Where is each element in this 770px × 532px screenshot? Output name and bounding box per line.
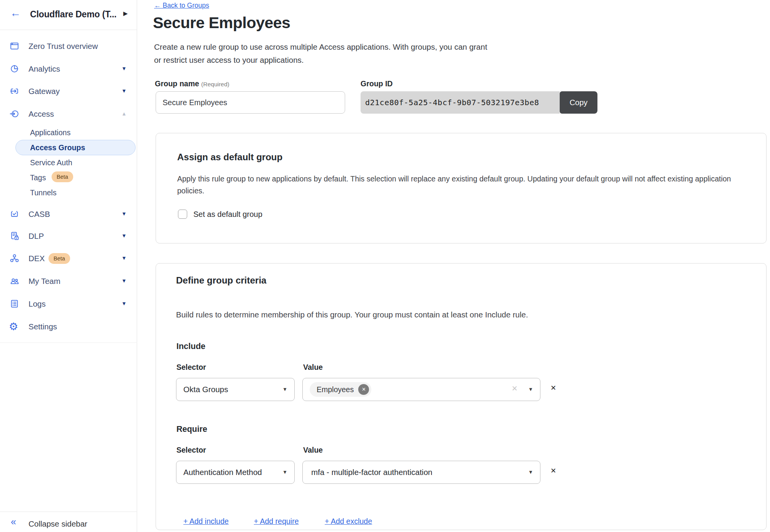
include-value-multiselect[interactable]: Employees ✕ ✕ ▼ (302, 378, 540, 401)
document-lock-icon (10, 231, 19, 241)
divider (0, 30, 137, 30)
selector-label: Selector (176, 446, 206, 455)
remove-chip-icon[interactable]: ✕ (358, 384, 369, 395)
require-selector-value: Authentication Method (183, 461, 262, 483)
pie-chart-icon (10, 64, 19, 74)
sidebar-item-applications[interactable]: Applications (0, 126, 137, 140)
card-heading: Define group criteria (176, 275, 267, 286)
sidebar-item-tags[interactable]: Tags Beta (0, 171, 137, 185)
add-require-link[interactable]: + Add require (254, 517, 299, 526)
sidebar-item-label: Logs (29, 299, 45, 309)
chevron-down-icon: ▾ (122, 87, 126, 94)
page-description-line1: Create a new rule group to use across mu… (154, 42, 487, 52)
group-name-label: Group name (Required) (155, 79, 230, 88)
sidebar-item-label: My Team (29, 277, 60, 286)
sidebar-item-casb[interactable]: CASB ▾ (0, 206, 137, 223)
sidebar-item-settings[interactable]: ⚙ Settings (0, 318, 137, 335)
sidebar-item-logs[interactable]: Logs ▾ (0, 295, 137, 312)
beta-badge: Beta (52, 171, 73, 182)
sidebar-item-label: Settings (29, 322, 57, 331)
chevron-down-icon: ▾ (122, 300, 126, 307)
card-description: Build rules to determine membership of t… (176, 309, 528, 321)
sidebar-item-label: Applications (30, 128, 70, 137)
sidebar-item-dex[interactable]: DEX Beta ▾ (0, 250, 137, 267)
sidebar-item-gateway[interactable]: Gateway ▾ (0, 83, 137, 100)
add-include-link[interactable]: + Add include (183, 517, 229, 526)
copy-button[interactable]: Copy (560, 91, 597, 114)
sidebar-item-tunnels[interactable]: Tunnels (0, 186, 137, 200)
group-name-label-text: Group name (155, 79, 199, 88)
logs-list-icon (10, 299, 19, 309)
collapse-sidebar-icon[interactable]: « (11, 516, 16, 527)
employees-chip: Employees ✕ (310, 382, 371, 397)
include-selector-value: Okta Groups (183, 378, 228, 400)
set-default-group-checkbox[interactable] (178, 210, 187, 219)
sidebar-item-label: Zero Trust overview (29, 42, 98, 51)
page: ← Cloudflare Demo (T... ▶ Zero Trust ove… (0, 0, 770, 532)
sidebar-item-label: DLP (29, 232, 44, 241)
sidebar-item-access-groups[interactable]: Access Groups (15, 140, 136, 155)
sidebar-item-label: Gateway (29, 87, 60, 96)
selector-label: Selector (176, 363, 206, 372)
sidebar-item-label: CASB (29, 210, 50, 219)
sidebar-item-label: Service Auth (30, 158, 72, 167)
sidebar-item-my-team[interactable]: My Team ▾ (0, 273, 137, 290)
people-icon (10, 276, 19, 286)
remove-include-rule-icon[interactable]: ✕ (550, 384, 556, 392)
require-heading: Require (176, 425, 207, 434)
define-group-criteria-card: Define group criteria Build rules to det… (156, 263, 767, 530)
require-selector-dropdown[interactable]: Authentication Method ▼ (176, 461, 295, 484)
sidebar-item-label: Tunnels (30, 188, 57, 197)
chevron-down-icon: ▼ (528, 469, 533, 475)
chevron-down-icon: ▼ (282, 386, 287, 392)
back-to-groups-link[interactable]: ← Back to Groups (154, 2, 209, 10)
add-exclude-link[interactable]: + Add exclude (325, 517, 372, 526)
divider (0, 512, 137, 512)
sidebar-item-analytics[interactable]: Analytics ▾ (0, 60, 137, 77)
assign-default-group-card: Assign as default group Apply this rule … (156, 133, 767, 243)
chevron-down-icon: ▾ (122, 277, 126, 284)
collapse-sidebar-label[interactable]: Collapse sidebar (29, 519, 87, 529)
required-hint: (Required) (201, 81, 229, 87)
sidebar-item-label: DEX (29, 254, 45, 263)
network-icon (10, 253, 19, 263)
chevron-down-icon: ▾ (122, 254, 126, 262)
window-icon (10, 41, 19, 51)
account-name[interactable]: Cloudflare Demo (T... (30, 9, 117, 20)
checkbox-label: Set as default group (193, 210, 262, 219)
clear-values-icon[interactable]: ✕ (512, 384, 518, 393)
sidebar-item-service-auth[interactable]: Service Auth (0, 156, 137, 170)
group-id-value: d21ce80f-5a25-4bcf-9b07-5032197e3be8 (361, 91, 560, 114)
chevron-down-icon: ▼ (282, 469, 287, 475)
gateway-icon (10, 86, 19, 96)
group-name-input[interactable] (156, 91, 345, 114)
group-id-label: Group ID (361, 79, 393, 88)
page-title: Secure Employees (153, 14, 290, 32)
card-heading: Assign as default group (177, 152, 282, 163)
divider (0, 342, 137, 343)
sidebar: ← Cloudflare Demo (T... ▶ Zero Trust ove… (0, 0, 137, 532)
sidebar-item-zero-trust-overview[interactable]: Zero Trust overview (0, 38, 137, 55)
chevron-down-icon: ▾ (122, 232, 126, 239)
page-description-line2: or restrict user access to your applicat… (154, 55, 304, 65)
include-selector-dropdown[interactable]: Okta Groups ▼ (176, 378, 295, 401)
remove-require-rule-icon[interactable]: ✕ (550, 467, 556, 475)
include-heading: Include (176, 342, 205, 351)
chip-label: Employees (317, 385, 354, 394)
sidebar-item-label: Access Groups (30, 143, 85, 152)
sidebar-item-access[interactable]: Access ▴ (0, 106, 137, 123)
chevron-right-icon[interactable]: ▶ (123, 10, 128, 17)
chevron-down-icon: ▼ (528, 386, 533, 392)
card-description: Apply this rule group to new application… (177, 173, 735, 196)
sidebar-item-label: Analytics (29, 64, 60, 74)
sidebar-item-label: Tags (30, 173, 46, 182)
require-value-dropdown[interactable]: mfa - multiple-factor authentication ▼ (302, 461, 540, 484)
require-value: mfa - multiple-factor authentication (311, 461, 432, 483)
sidebar-item-dlp[interactable]: DLP ▾ (0, 228, 137, 245)
group-id-field: d21ce80f-5a25-4bcf-9b07-5032197e3be8 Cop… (361, 91, 597, 114)
back-arrow-icon[interactable]: ← (10, 7, 21, 19)
chevron-down-icon: ▾ (122, 65, 126, 72)
gear-icon: ⚙ (9, 321, 18, 332)
value-label: Value (303, 446, 323, 455)
beta-badge: Beta (49, 253, 70, 264)
